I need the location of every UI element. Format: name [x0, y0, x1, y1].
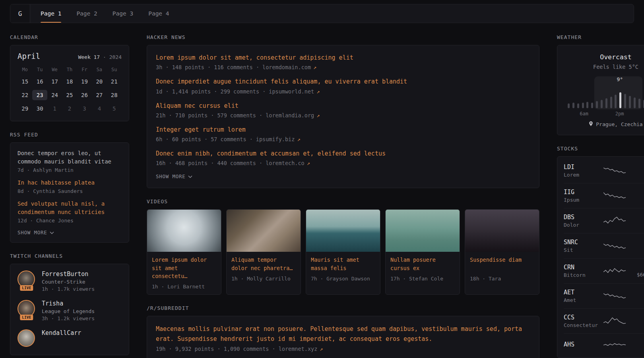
video-title-link[interactable]: Suspendisse diam [470, 256, 534, 272]
hn-item: Integer eget rutrum lorem 6h · 60 points… [156, 125, 530, 142]
app-logo[interactable]: G [10, 4, 30, 23]
twitch-channel-row[interactable]: LIVE ForrestBurton Counter-Strike 1h · 1… [17, 270, 122, 292]
rss-item-link[interactable]: In hac habitasse platea [17, 179, 122, 187]
stock-row[interactable]: DBS Dolor +1.42% $156.28 [564, 208, 644, 233]
stock-row[interactable]: CRN Bitcorn -1.00% $66,171.48 [564, 258, 644, 283]
video-title-link[interactable]: Lorem ipsum dolor sit amet consectetu… [152, 256, 216, 280]
stock-price: $148.64 [629, 247, 644, 253]
calendar-day: 16 [32, 76, 47, 87]
stock-row[interactable]: SNRC Sit +1.36% $148.64 [564, 233, 644, 258]
calendar-day: 22 [17, 90, 32, 100]
subreddit-widget: /R/SUBREDDIT Maecenas mollis pulvinar er… [147, 305, 539, 358]
rss-item-link[interactable]: Donec tempor eros leo, ut commodo mauris… [17, 149, 122, 166]
rss-item: Sed volutpat nulla nisl, a condimentum n… [17, 200, 122, 224]
subreddit-card: Maecenas mollis pulvinar erat non posuer… [147, 316, 539, 358]
video-card[interactable]: Nullam posuere cursus ex 17h · Stefan Co… [385, 209, 460, 295]
video-body: Suspendisse diam 18h · Tara [465, 252, 539, 286]
stock-name: Consectetur [564, 322, 600, 328]
hn-item-link[interactable]: Lorem ipsum dolor sit amet, consectetur … [156, 53, 530, 62]
hn-item-link[interactable]: Aliquam nec cursus elit [156, 101, 530, 111]
hn-show-more-button[interactable]: SHOW MORE [156, 173, 192, 179]
rss-item-meta: 8d · Cynthia Saunders [17, 188, 122, 194]
calendar-dow: Sa [92, 67, 107, 73]
subreddit-post-link[interactable]: Maecenas mollis pulvinar erat non posuer… [156, 324, 530, 344]
tab-page-1[interactable]: Page 1 [41, 4, 61, 23]
twitch-avatar-wrap [17, 329, 36, 347]
tab-page-4[interactable]: Page 4 [148, 4, 169, 23]
twitch-channel-row[interactable]: LIVE Trisha League of Legends 3h · 1.2k … [17, 300, 122, 321]
video-title-link[interactable]: Aliquam tempor dolor nec pharetra… [231, 256, 296, 272]
stock-symbol: IIG [564, 189, 600, 196]
videos-row: Lorem ipsum dolor sit amet consectetu… 1… [147, 209, 539, 295]
subreddit-domain-link[interactable]: loremnet.xyz↗ [279, 346, 323, 352]
stock-row[interactable]: AHS +0.46% [564, 333, 644, 356]
hn-item-domain: loremtech.co [266, 160, 305, 166]
stock-id: AHS [564, 341, 600, 349]
weather-feels-like: Feels like 5°C [564, 64, 644, 70]
weather-bar [577, 103, 579, 108]
hn-item-domain-link[interactable]: ipsumify.biz↗ [256, 136, 301, 142]
video-card[interactable]: Aliquam tempor dolor nec pharetra… 1h · … [226, 209, 301, 295]
weather-chart: 9° 6am 2pm 10pm [564, 76, 644, 116]
stock-symbol: DBS [564, 214, 600, 221]
rss-section-title: RSS FEED [10, 132, 129, 138]
calendar-day: 3 [77, 103, 92, 114]
external-link-icon: ↗ [316, 88, 320, 95]
stock-spark-wrap [600, 315, 629, 327]
stock-values: +2.84% $42.04 [629, 189, 644, 202]
calendar-day: 20 [92, 76, 107, 87]
calendar-day: 4 [92, 103, 107, 114]
video-card[interactable]: Suspendisse diam 18h · Tara [465, 209, 539, 295]
stock-symbol: CRN [564, 264, 600, 271]
hn-item-domain-link[interactable]: loremlandia.org↗ [266, 112, 320, 119]
stock-sparkline [603, 265, 626, 277]
video-title-link[interactable]: Nullam posuere cursus ex [390, 256, 455, 272]
hn-item-domain-link[interactable]: loremtech.co↗ [266, 160, 310, 166]
stock-row[interactable]: LDI Lorem +4.35% $795.18 [564, 158, 644, 183]
rss-widget: RSS FEED Donec tempor eros leo, ut commo… [10, 132, 129, 243]
rss-item: Donec tempor eros leo, ut commodo mauris… [17, 149, 122, 173]
stock-row[interactable]: AET Amet +0.92% $499.72 [564, 283, 644, 308]
external-link-icon: ↗ [320, 346, 323, 352]
calendar-day: 27 [92, 90, 107, 100]
hn-item-meta: 1d · 1,414 points · 299 comments ·ipsumw… [156, 88, 530, 95]
external-link-icon: ↗ [307, 160, 310, 166]
rss-item-link[interactable]: Sed volutpat nulla nisl, a condimentum n… [17, 200, 122, 216]
hn-item-link[interactable]: Donec imperdiet augue tincidunt felis al… [156, 77, 530, 86]
external-link-icon: ↗ [297, 136, 300, 142]
hn-item-domain-link[interactable]: ipsumworld.net↗ [269, 88, 320, 95]
video-card[interactable]: Mauris sit amet massa felis 7h · Grayson… [306, 209, 380, 295]
tab-page-3[interactable]: Page 3 [113, 4, 133, 23]
hn-item-stats: 6h · 60 points · 57 comments · [156, 136, 253, 142]
topbar: G Page 1 Page 2 Page 3 Page 4 [10, 4, 634, 23]
stock-symbol: SNRC [564, 239, 600, 246]
hn-item-link[interactable]: Integer eget rutrum lorem [156, 125, 530, 134]
stock-row[interactable]: IIG Ipsum +2.84% $42.04 [564, 183, 644, 208]
calendar-day: 28 [107, 90, 122, 100]
hn-item-domain: loremdomain.com [262, 64, 311, 70]
twitch-channel-name: KendallCarr [42, 329, 81, 337]
hn-item-domain-link[interactable]: loremdomain.com↗ [262, 64, 316, 70]
avatar [17, 329, 35, 347]
weather-bar [568, 103, 570, 108]
stock-name: Sit [564, 247, 600, 253]
stock-row[interactable]: CCS Consectetur +0.51% $165.84 [564, 308, 644, 333]
hacker-news-card: Lorem ipsum dolor sit amet, consectetur … [147, 45, 539, 188]
calendar-dow: Th [62, 67, 77, 73]
stock-change: +0.51% [629, 314, 644, 321]
tab-page-2[interactable]: Page 2 [76, 4, 97, 23]
stocks-card: LDI Lorem +4.35% $795.18 IIG Ipsum [557, 156, 644, 358]
weather-bars [568, 83, 644, 108]
hn-item-link[interactable]: Donec enim nibh, condimentum et accumsan… [156, 149, 530, 158]
subreddit-post-meta: 19h · 9,932 points · 1,090 comments ·lor… [156, 346, 530, 352]
video-meta: 17h · Stefan Cole [390, 276, 455, 282]
video-title-link[interactable]: Mauris sit amet massa felis [311, 256, 375, 272]
weather-bar [638, 99, 640, 108]
rss-show-more-button[interactable]: SHOW MORE [17, 230, 54, 235]
twitch-channel-row[interactable]: KendallCarr [17, 329, 122, 347]
twitch-channel-info: KendallCarr [42, 329, 81, 337]
weather-time-label: 6am [580, 111, 588, 117]
stock-symbol: CCS [564, 314, 600, 321]
hn-item-domain: ipsumworld.net [269, 88, 314, 95]
video-card[interactable]: Lorem ipsum dolor sit amet consectetu… 1… [147, 209, 221, 295]
